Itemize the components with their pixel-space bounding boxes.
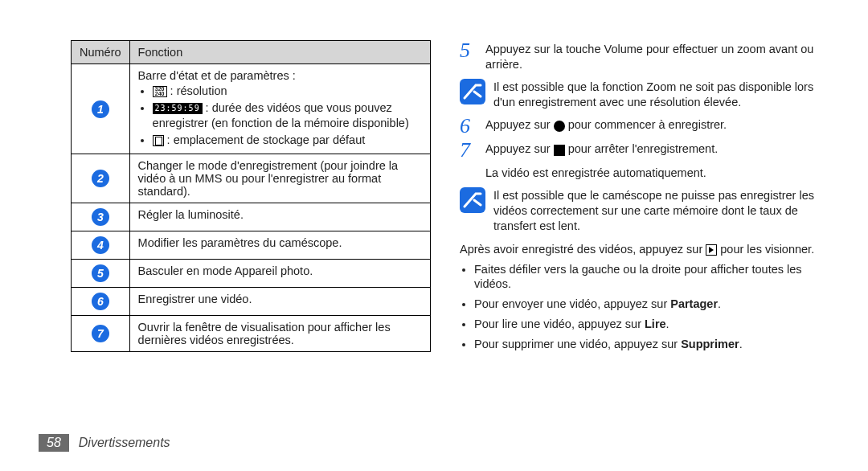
th-numero: Numéro: [72, 41, 130, 64]
section-title: Divertissements: [79, 436, 170, 450]
row-badge-3: 3: [92, 208, 109, 226]
stop-icon: [554, 145, 565, 156]
step-7: 7 Appuyez sur pour arrêter l'enregistrem…: [460, 140, 820, 161]
table-row: 2 Changer le mode d'enregistrement (pour…: [72, 154, 431, 203]
table-row: 3 Régler la luminosité.: [72, 203, 431, 231]
table-row: 5 Basculer en mode Appareil photo.: [72, 260, 431, 288]
row1-res: 320 240 : résolution: [153, 84, 422, 99]
after-record-line: Après avoir enregistré des vidéos, appuy…: [460, 242, 820, 257]
list-item: Pour envoyer une vidéo, appuyez sur Part…: [474, 297, 820, 312]
step-number: 7: [460, 140, 477, 161]
note-slow-card: Il est possible que le caméscope ne puis…: [460, 187, 820, 234]
storage-icon: [153, 135, 164, 146]
duration-icon: 23:59:59: [153, 103, 203, 114]
list-item: Pour lire une vidéo, appuyez sur Lire.: [474, 317, 820, 332]
step-number: 6: [460, 116, 477, 137]
step-5: 5 Appuyez sur la touche Volume pour effe…: [460, 40, 820, 72]
table-row: 6 Enregistrer une vidéo.: [72, 288, 431, 316]
list-item: Pour supprimer une vidéo, appuyez sur Su…: [474, 337, 820, 352]
table-row: 7 Ouvrir la fenêtre de visualisation pou…: [72, 316, 431, 352]
row1-store: : emplacement de stockage par défaut: [153, 133, 422, 148]
auto-save-line: La vidéo est enregistrée automatiquement…: [485, 166, 820, 181]
row-badge-1: 1: [92, 100, 109, 118]
list-item: Faites défiler vers la gauche ou la droi…: [474, 262, 820, 293]
step-number: 5: [460, 40, 477, 72]
page-number: 58: [39, 434, 69, 452]
note-zoom: Il est possible que la fonction Zoom ne …: [460, 79, 820, 110]
table-row: 4 Modifier les paramètres du caméscope.: [72, 231, 431, 260]
step-6: 6 Appuyez sur pour commencer à enregistr…: [460, 116, 820, 137]
row-badge-6: 6: [92, 293, 109, 310]
note-icon: [460, 79, 485, 104]
note-icon: [460, 187, 485, 213]
th-fonction: Fonction: [129, 41, 430, 64]
play-icon: [706, 244, 717, 256]
page-footer: 58 Divertissements: [39, 434, 170, 452]
row1-dur: 23:59:59 : durée des vidéos que vous pou…: [153, 100, 422, 131]
actions-list: Faites défiler vers la gauche ou la droi…: [460, 262, 820, 352]
function-table: Numéro Fonction 1 Barre d'état et de par…: [71, 40, 431, 352]
resolution-icon: 320 240: [153, 86, 167, 97]
row-badge-5: 5: [92, 264, 109, 282]
row-badge-4: 4: [92, 236, 109, 254]
table-row: 1 Barre d'état et de paramètres : 320 24…: [72, 64, 431, 154]
row1-title: Barre d'état et de paramètres :: [138, 69, 422, 82]
record-icon: [554, 121, 565, 132]
row-badge-7: 7: [92, 325, 109, 342]
row-badge-2: 2: [92, 170, 109, 187]
